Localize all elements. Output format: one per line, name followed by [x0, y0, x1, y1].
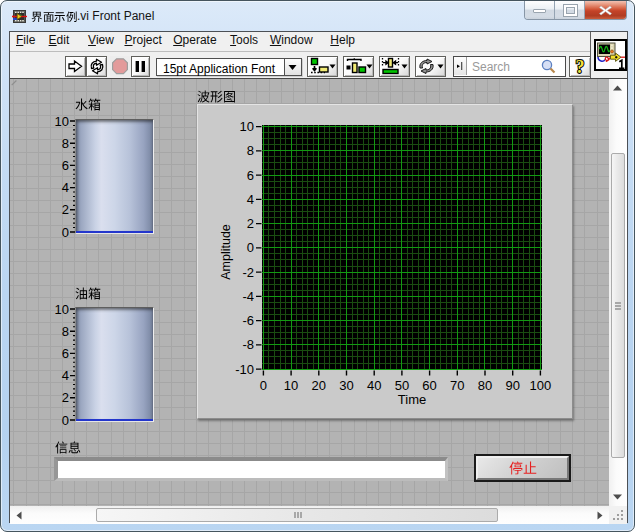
svg-text:?: ?	[576, 57, 585, 76]
